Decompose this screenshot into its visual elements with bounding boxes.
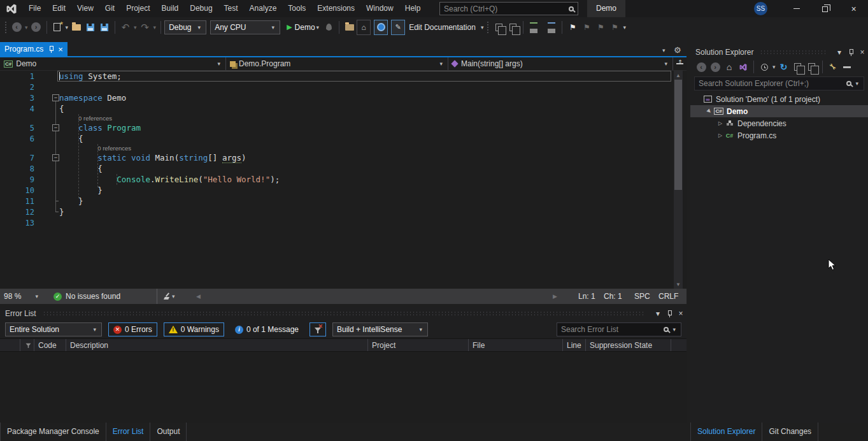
code-line[interactable]: 7− static void Main(string[] args) <box>0 152 674 163</box>
expander-collapsed-icon[interactable]: ▷ <box>717 133 723 138</box>
edit-documentation-button[interactable]: ✎ <box>391 20 405 35</box>
errors-toggle-button[interactable]: ✕ 0 Errors <box>108 322 157 336</box>
messages-toggle-button[interactable]: i 0 of 1 Message <box>231 322 303 336</box>
tree-item-demo[interactable]: ▶C#Demo <box>690 105 868 117</box>
navigate-back-button[interactable]: ‹ <box>10 20 24 35</box>
error-source-dropdown[interactable]: Build + IntelliSense ▾ <box>332 322 428 336</box>
toolbar-grip[interactable] <box>4 21 8 34</box>
error-scope-dropdown[interactable]: Entire Solution ▾ <box>5 322 102 336</box>
code-line[interactable]: 5− class Program <box>0 122 674 133</box>
tab-git-changes[interactable]: Git Changes <box>762 423 818 441</box>
code-line[interactable]: 8 { <box>0 163 674 174</box>
previous-bookmark-button[interactable]: ⚑ <box>580 20 594 35</box>
tab-solution-explorer[interactable]: Solution Explorer <box>690 423 762 441</box>
window-position-caret-icon[interactable]: ▾ <box>652 308 664 319</box>
code-line[interactable]: 2 <box>0 82 674 92</box>
line-number[interactable]: 9 <box>0 175 37 184</box>
solution-explorer-home-button[interactable]: ⌂ <box>357 20 371 35</box>
tab-output[interactable]: Output <box>150 423 187 441</box>
toolbar-overflow-caret-icon[interactable]: ▾ <box>480 24 485 31</box>
column-header-description[interactable]: Description <box>66 339 368 351</box>
code-line[interactable]: 4{ <box>0 103 674 114</box>
fold-margin[interactable] <box>37 217 59 228</box>
codelens-references-link[interactable]: 0 references <box>78 115 112 122</box>
tab-program-cs[interactable]: Program.cs × <box>0 42 68 56</box>
column-header-suppression-state[interactable]: Suppression State <box>586 339 671 351</box>
code-cleanup-button[interactable]: ▾ <box>163 289 176 304</box>
line-number[interactable]: 2 <box>0 83 37 92</box>
line-number[interactable]: 7 <box>0 154 37 163</box>
line-number[interactable]: 8 <box>0 164 37 173</box>
close-tab-icon[interactable]: × <box>58 45 63 54</box>
close-panel-icon[interactable]: × <box>675 308 687 319</box>
fold-margin[interactable] <box>37 71 59 82</box>
menu-window[interactable]: Window <box>360 0 399 17</box>
solution-configuration-dropdown[interactable]: Debug▾ <box>164 20 206 34</box>
line-number[interactable]: 13 <box>0 219 37 228</box>
tab-error-list[interactable]: Error List <box>106 423 151 441</box>
type-dropdown[interactable]: Demo.Program ▾ <box>226 57 448 70</box>
fold-collapse-icon[interactable]: − <box>52 154 59 161</box>
scroll-down-icon[interactable]: ▼ <box>674 280 683 289</box>
menu-test[interactable]: Test <box>218 0 244 17</box>
project-dropdown[interactable]: C# Demo ▾ <box>0 57 226 70</box>
menu-debug[interactable]: Debug <box>184 0 218 17</box>
save-all-button[interactable] <box>97 20 111 35</box>
tree-item-program-cs[interactable]: ▷C#Program.cs <box>690 129 868 141</box>
undo-dropdown-caret-icon[interactable]: ▾ <box>132 24 138 31</box>
scroll-up-icon[interactable]: ▲ <box>674 71 683 80</box>
menu-file[interactable]: File <box>23 0 46 17</box>
error-list-title-bar[interactable]: Error List ▾ × <box>0 307 687 321</box>
toggle-bookmark-button[interactable]: ⚑ <box>566 20 580 35</box>
code-line[interactable]: 13 <box>0 217 674 228</box>
column-header-project[interactable]: Project <box>368 339 469 351</box>
pending-changes-filter-button[interactable] <box>757 60 771 74</box>
decrease-indent-button[interactable] <box>527 20 541 35</box>
redo-dropdown-caret-icon[interactable]: ▾ <box>152 24 158 31</box>
tab-list-caret-icon[interactable]: ▾ <box>661 47 667 54</box>
increase-indent-button[interactable] <box>544 20 559 35</box>
account-avatar[interactable]: SS <box>754 2 767 15</box>
menu-project[interactable]: Project <box>120 0 155 17</box>
close-panel-icon[interactable]: × <box>857 47 868 58</box>
line-number[interactable]: 6 <box>0 134 37 143</box>
filter-caret-icon[interactable]: ▾ <box>771 64 777 70</box>
column-header-filter[interactable] <box>20 339 34 351</box>
column-header-line[interactable]: Line <box>563 339 586 351</box>
code-line[interactable]: 10 } <box>0 185 674 196</box>
restore-button[interactable] <box>811 0 839 17</box>
refresh-button[interactable]: ↻ <box>777 60 791 74</box>
error-list-search-input[interactable]: Search Error List ▾ <box>557 322 681 336</box>
pin-icon[interactable] <box>845 47 857 58</box>
column-header-code[interactable]: Code <box>34 339 66 351</box>
solution-platform-dropdown[interactable]: Any CPU▾ <box>210 20 280 34</box>
menu-tools[interactable]: Tools <box>282 0 311 17</box>
show-all-files-button[interactable] <box>805 60 819 74</box>
intellicode-button[interactable] <box>374 20 388 35</box>
warnings-toggle-button[interactable]: 0 Warnings <box>164 322 224 336</box>
find-in-files-button[interactable] <box>343 20 357 35</box>
line-number[interactable]: 12 <box>0 208 37 217</box>
gear-icon[interactable]: ⚙ <box>674 45 681 55</box>
fold-collapse-icon[interactable]: − <box>52 94 59 101</box>
window-position-caret-icon[interactable]: ▾ <box>834 47 845 58</box>
member-dropdown[interactable]: Main(string[] args) ▾ <box>448 57 673 70</box>
menu-view[interactable]: View <box>71 0 99 17</box>
close-window-button[interactable]: × <box>839 0 868 17</box>
codelens-references-link[interactable]: 0 references <box>97 145 131 152</box>
line-number[interactable]: 10 <box>0 186 37 195</box>
new-project-button[interactable] <box>50 20 64 35</box>
hscroll-left-button[interactable]: ◀ <box>196 289 201 304</box>
forward-button[interactable]: › <box>708 60 722 74</box>
code-line[interactable]: 11 } <box>0 196 674 206</box>
line-number[interactable]: 11 <box>0 197 37 206</box>
back-dropdown-caret-icon[interactable]: ▾ <box>24 24 29 31</box>
clear-bookmarks-button[interactable]: ⚑ <box>608 20 622 35</box>
menu-analyze[interactable]: Analyze <box>244 0 283 17</box>
code-line[interactable]: 9 Console.WriteLine("Hello World!"); <box>0 174 674 185</box>
line-number[interactable]: 4 <box>0 105 37 113</box>
toggle-comment-button[interactable] <box>506 20 520 35</box>
fold-margin[interactable] <box>37 82 59 92</box>
bookmark-overflow-caret-icon[interactable]: ▾ <box>622 24 627 31</box>
line-number[interactable]: 3 <box>0 94 37 103</box>
